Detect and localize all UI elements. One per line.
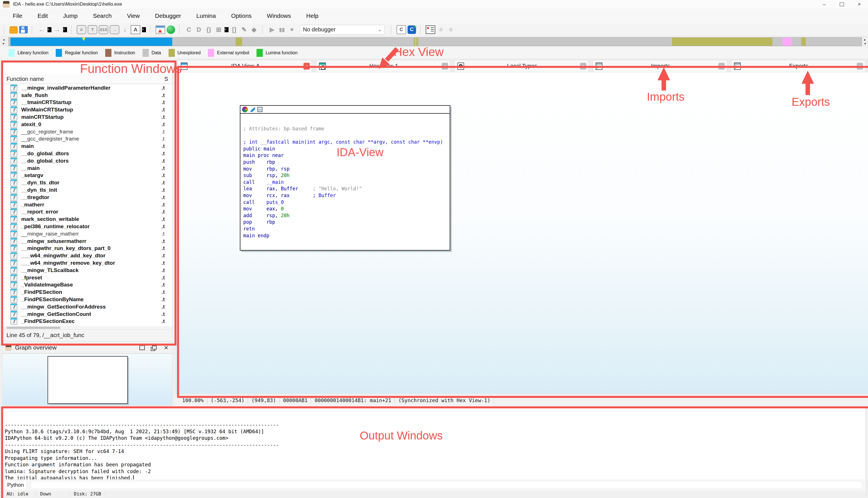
close-icon[interactable]: × — [442, 63, 448, 69]
ida-view-canvas[interactable]: ; Attributes: bp-based frame ; int __fas… — [175, 73, 868, 394]
disassembly-node[interactable]: ; Attributes: bp-based frame ; int __fas… — [240, 105, 450, 251]
toolbar-handle[interactable] — [150, 25, 152, 34]
jump-operand-icon[interactable]: → — [110, 25, 119, 34]
pseudocode-icon[interactable]: C — [396, 25, 406, 34]
function-row[interactable]: _FindPESectionExec.t — [2, 318, 172, 325]
function-row[interactable]: _ValidateImageBase.t — [2, 281, 172, 289]
function-row[interactable]: __dyn_tls_dtor.t — [2, 179, 172, 186]
menu-help[interactable]: Help — [299, 12, 326, 19]
lumina-pull-icon[interactable] — [167, 25, 175, 34]
output-log[interactable]: ----------------------------------------… — [2, 419, 866, 479]
jump-down-icon[interactable]: ↓ — [121, 25, 129, 34]
navband-segment[interactable] — [418, 38, 672, 46]
function-row[interactable]: _FindPESection.t — [2, 288, 172, 296]
tab-imports[interactable]: Imports× — [593, 60, 727, 72]
forward-history-icon[interactable]: ▾ — [63, 27, 67, 32]
navband-segment[interactable] — [782, 38, 792, 46]
graph-overview-body[interactable] — [2, 354, 172, 406]
column-segment[interactable]: S — [164, 76, 168, 82]
navband-segment[interactable] — [11, 38, 172, 46]
horizontal-scrollbar[interactable] — [2, 326, 172, 329]
output-window-icon[interactable] — [426, 25, 435, 34]
function-row[interactable]: __dyn_tls_init.t — [2, 186, 172, 194]
add-watch-icon[interactable] — [437, 25, 445, 34]
toolbar-handle[interactable] — [262, 25, 264, 34]
toolbar-handle[interactable] — [391, 25, 393, 34]
tab-local-types[interactable]: 0Local Types× — [454, 60, 589, 72]
function-row[interactable]: __mingw_GetSectionForAddress.t — [2, 303, 172, 311]
toolbar-handle[interactable] — [71, 25, 73, 34]
debugger-select[interactable]: No debugger⌄ — [300, 25, 385, 35]
make-struct-icon[interactable]: {} — [205, 25, 213, 34]
function-row[interactable]: _FindPESectionByName.t — [2, 296, 172, 303]
menu-windows[interactable]: Windows — [259, 12, 299, 19]
function-row[interactable]: WinMainCRTStartup.t — [2, 106, 172, 114]
open-file-icon[interactable] — [9, 27, 18, 34]
function-row[interactable]: __tlregdtor.t — [2, 194, 172, 201]
navband-segment[interactable] — [801, 38, 806, 46]
function-row[interactable]: safe_flush.t — [2, 92, 172, 99]
function-row[interactable]: __mingwthr_run_key_dtors_part_0.t — [2, 245, 172, 252]
function-row[interactable]: mainCRTStartup.t — [2, 114, 172, 121]
maximize-icon[interactable] — [140, 345, 145, 350]
navigate-forward-icon[interactable]: → — [53, 25, 61, 34]
graph-overview-viewport[interactable] — [48, 356, 128, 404]
functions-column-header[interactable]: Function name S — [2, 74, 172, 84]
jump-address-icon[interactable]: # — [77, 25, 86, 34]
python-command-input[interactable] — [30, 481, 863, 489]
menu-view[interactable]: View — [119, 12, 147, 19]
edit-icon[interactable] — [250, 107, 255, 112]
edit-function-icon[interactable]: ✎ — [240, 25, 248, 34]
chart-icon[interactable] — [258, 107, 262, 112]
function-row[interactable]: ___w64_mingwthr_remove_key_dtor.t — [2, 259, 172, 267]
function-row[interactable]: __mingw_setusermatherr.t — [2, 238, 172, 245]
close-button[interactable]: × — [851, 0, 868, 9]
function-row[interactable]: main.t — [2, 143, 172, 150]
function-row[interactable]: atexit_0.t — [2, 121, 172, 128]
back-history-icon[interactable]: ▾ — [48, 27, 52, 32]
debugger-run-icon[interactable]: ▶ — [268, 25, 276, 34]
python-interpreter-button[interactable]: Python — [4, 480, 27, 490]
navband-segment[interactable] — [242, 38, 414, 46]
navband-scroll-left[interactable]: ◂ ▸ — [1, 37, 7, 46]
function-row[interactable]: _matherr.t — [2, 201, 172, 208]
function-row[interactable]: __mingw_invalidParameterHandler.t — [2, 84, 172, 92]
function-row[interactable]: __gcc_deregister_frame.t — [2, 135, 172, 143]
pseudocode-active-icon[interactable]: C — [408, 25, 416, 34]
make-string-icon[interactable]: [] — [230, 25, 238, 34]
make-code-icon[interactable]: C — [185, 25, 193, 34]
close-icon[interactable]: × — [164, 345, 168, 350]
rename-icon[interactable]: A — [131, 25, 140, 34]
jump-name-icon[interactable]: T — [88, 25, 97, 34]
array-menu-icon[interactable]: ▾ — [225, 27, 228, 32]
watch-settings-icon[interactable] — [447, 25, 455, 34]
function-row[interactable]: __mingw_raise_matherr.t — [2, 230, 172, 238]
close-icon[interactable]: × — [303, 63, 310, 69]
navband-scroll-right[interactable]: ▸ ◂ — [862, 37, 868, 46]
column-function-name[interactable]: Function name — [6, 76, 44, 82]
function-row[interactable]: __gcc_register_frame.t — [2, 128, 172, 135]
menu-file[interactable]: File — [5, 12, 30, 19]
rename-menu-icon[interactable]: ▾ — [142, 27, 146, 32]
menu-lumina[interactable]: Lumina — [189, 12, 223, 19]
function-row[interactable]: __report_error.t — [2, 208, 172, 216]
scrollbar-thumb[interactable] — [6, 327, 60, 329]
menu-edit[interactable]: Edit — [30, 12, 55, 19]
toolbar-handle[interactable] — [179, 25, 181, 34]
navband-segment[interactable] — [416, 38, 418, 46]
navband-segment[interactable] — [672, 38, 772, 46]
function-row[interactable]: __tmainCRTStartup.t — [2, 99, 172, 106]
toolbar-handle[interactable] — [420, 25, 422, 34]
menu-options[interactable]: Options — [223, 12, 259, 19]
tab-exports[interactable]: Exports× — [731, 60, 866, 72]
save-file-icon[interactable] — [19, 26, 28, 34]
color-wheel-icon[interactable] — [242, 107, 248, 112]
toolbar-handle[interactable] — [4, 25, 6, 34]
function-row[interactable]: __mingw_GetSectionCount.t — [2, 311, 172, 318]
tab-ida-view-a[interactable]: IDA View-A× — [177, 60, 312, 72]
navband-segment[interactable] — [806, 38, 861, 46]
menu-search[interactable]: Search — [85, 12, 119, 19]
close-icon[interactable]: × — [857, 63, 863, 69]
jump-binary-icon[interactable]: 010 — [99, 25, 108, 34]
menu-jump[interactable]: Jump — [55, 12, 85, 19]
